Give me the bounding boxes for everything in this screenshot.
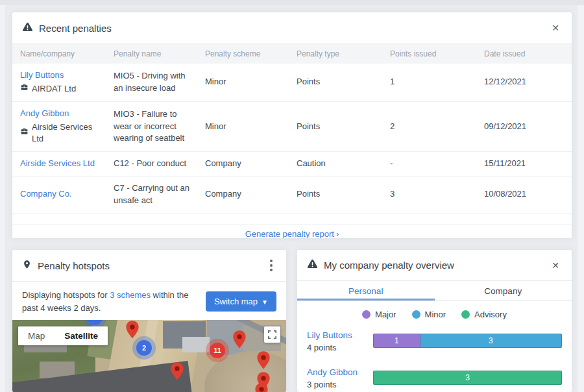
caret-down-icon: ▼: [262, 299, 268, 306]
table-row: Andy Gibbon Airside Services Ltd MIO3 - …: [12, 101, 572, 152]
penalty-name-cell: MIO3 - Failure to wear or incorrect wear…: [106, 101, 197, 152]
col-penalty-name: Penalty name: [106, 44, 197, 64]
fullscreen-icon[interactable]: [264, 326, 280, 343]
penalties-table-header-row: Name/company Penalty name Penalty scheme…: [12, 44, 572, 64]
col-penalty-type: Penalty type: [289, 44, 382, 64]
tab-company[interactable]: Company: [435, 281, 572, 300]
map-cluster[interactable]: 2: [132, 336, 156, 360]
person-link[interactable]: Andy Gibbon: [307, 367, 358, 377]
chart-row: Andy Gibbon 3 points 3: [307, 365, 562, 391]
map-pin[interactable]: [125, 320, 140, 339]
person-link[interactable]: Andy Gibbon: [20, 108, 69, 118]
penalty-type-cell: Caution: [289, 152, 382, 177]
map-pin[interactable]: [256, 350, 271, 370]
chart-row-label: Lily Buttons 4 points: [307, 328, 373, 354]
overview-title: My company penalty overview: [324, 260, 454, 271]
penalty-type-cell: Points: [289, 101, 382, 152]
penalties-table: Name/company Penalty name Penalty scheme…: [12, 44, 572, 214]
chart-legend: Major Minor Advisory: [297, 310, 572, 319]
date-issued-cell: 15/11/2021: [476, 152, 572, 177]
date-issued-cell: 12/12/2021: [476, 64, 572, 101]
recent-penalties-title: Recent penalties: [39, 23, 112, 34]
stacked-bar: 3: [373, 371, 562, 385]
map-view-button[interactable]: Map: [18, 326, 55, 345]
points-issued-cell: 1: [382, 64, 476, 101]
penalty-hotspots-card: Penalty hotspots Displaying hotspots for…: [12, 250, 286, 392]
table-row: Company Co. C7 - Carrying out an unsafe …: [12, 177, 572, 214]
briefcase-icon: [20, 127, 29, 140]
page-right-gutter: [578, 5, 584, 392]
person-link[interactable]: Lily Buttons: [20, 70, 64, 80]
major-dot-icon: [362, 310, 371, 319]
map-pin[interactable]: [170, 361, 184, 381]
points-issued-cell: -: [382, 152, 476, 177]
bar-segment-advisory: 3: [373, 371, 562, 385]
chevron-right-icon: ›: [336, 229, 339, 238]
penalty-name-cell: C12 - Poor conduct: [106, 152, 197, 177]
company-line: Airside Services Ltd: [20, 121, 101, 146]
table-footer: Generate penalty report›: [12, 225, 572, 238]
legend-item-minor: Minor: [412, 310, 446, 319]
penalty-scheme-cell: Minor: [197, 64, 289, 101]
company-line: AIRDAT Ltd: [20, 83, 101, 95]
warning-icon: [307, 258, 318, 272]
map-type-control: Map Satellite: [18, 326, 108, 345]
advisory-dot-icon: [461, 310, 470, 319]
schemes-link[interactable]: 3 schemes: [110, 290, 151, 300]
penalty-type-cell: Points: [289, 177, 382, 214]
chart-row-label: Andy Gibbon 3 points: [307, 365, 373, 391]
close-icon[interactable]: ✕: [549, 260, 562, 271]
overview-header: My company penalty overview ✕: [297, 250, 572, 281]
tab-personal[interactable]: Personal: [297, 281, 435, 300]
switch-map-button[interactable]: Switch map▼: [206, 291, 276, 312]
kebab-menu-icon[interactable]: [266, 258, 276, 273]
col-name-company: Name/company: [12, 44, 106, 64]
satellite-view-button[interactable]: Satellite: [55, 326, 108, 345]
location-pin-icon: [22, 260, 32, 272]
bar-segment-minor: 3: [420, 334, 562, 348]
penalty-scheme-cell: Company: [197, 177, 289, 214]
company-penalty-overview-card: My company penalty overview ✕ Personal C…: [297, 250, 572, 392]
table-spacer: [12, 214, 572, 225]
col-penalty-scheme: Penalty scheme: [197, 44, 289, 64]
map-cluster[interactable]: 11: [206, 339, 229, 362]
recent-penalties-card: Recent penalties ✕ Name/company Penalty …: [12, 12, 572, 238]
bar-segment-major: 1: [373, 334, 420, 348]
penalty-hotspots-title: Penalty hotspots: [38, 260, 110, 271]
col-points-issued: Points issued: [382, 44, 476, 64]
recent-penalties-header: Recent penalties ✕: [12, 12, 572, 44]
warning-icon: [22, 21, 33, 35]
points-total: 4 points: [307, 342, 373, 354]
points-total: 3 points: [307, 379, 373, 391]
company-link[interactable]: Airside Services Ltd: [20, 158, 95, 168]
penalty-name-cell: MIO5 - Driving with an insecure load: [106, 64, 197, 101]
penalty-type-cell: Points: [289, 64, 382, 101]
company-link[interactable]: Company Co.: [20, 189, 71, 199]
penalty-name-cell: C7 - Carrying out an unsafe act: [106, 177, 197, 214]
briefcase-icon: [20, 83, 29, 95]
page-left-gutter: [0, 5, 5, 392]
company-name: Airside Services Ltd: [32, 121, 101, 146]
map-canvas[interactable]: 2 11 Map Satellite: [12, 320, 286, 392]
date-issued-cell: 10/08/2021: [476, 177, 572, 214]
penalty-scheme-cell: Company: [197, 152, 289, 177]
points-issued-cell: 2: [382, 101, 476, 152]
map-pin[interactable]: [254, 382, 269, 392]
page-top-strip: [0, 0, 584, 5]
minor-dot-icon: [412, 310, 420, 319]
col-date-issued: Date issued: [476, 44, 572, 64]
company-name: AIRDAT Ltd: [32, 83, 76, 95]
map-pin[interactable]: [232, 330, 247, 349]
stacked-bar: 1 3: [373, 334, 562, 348]
penalty-hotspots-header: Penalty hotspots: [12, 250, 286, 282]
penalty-scheme-cell: Minor: [197, 101, 289, 152]
person-link[interactable]: Lily Buttons: [307, 330, 352, 340]
close-icon[interactable]: ✕: [549, 22, 562, 34]
hotspots-info-row: Displaying hotspots for 3 schemes within…: [12, 282, 286, 321]
hotspots-info-text: Displaying hotspots for 3 schemes within…: [22, 289, 204, 314]
legend-item-major: Major: [362, 310, 396, 319]
generate-penalty-report-link[interactable]: Generate penalty report›: [245, 229, 339, 238]
chart-row: Lily Buttons 4 points 1 3: [307, 328, 562, 354]
date-issued-cell: 09/12/2021: [476, 101, 572, 152]
overview-tabs: Personal Company: [297, 281, 572, 301]
